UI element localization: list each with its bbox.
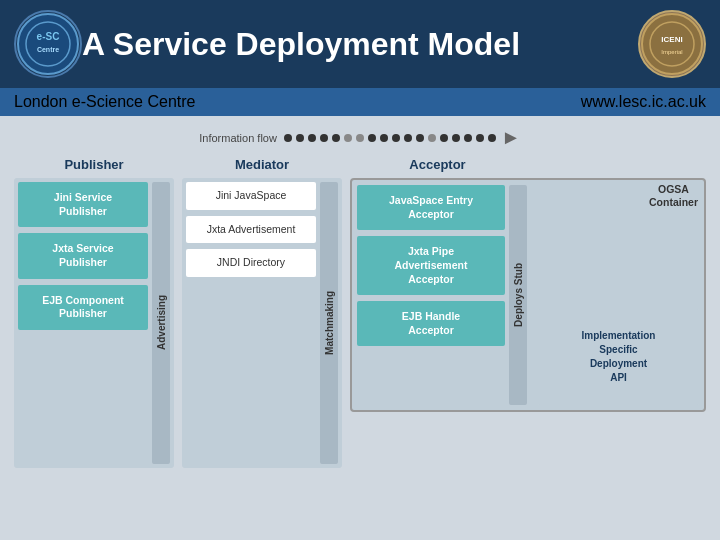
dot-1 — [284, 134, 292, 142]
jndi-directory-box: JNDI Directory — [186, 249, 316, 277]
deploys-stub-bar: Deploys Stub — [509, 185, 527, 405]
dot-18 — [488, 134, 496, 142]
impl-col: ImplementationSpecificDeploymentAPI — [538, 185, 699, 405]
bar-right-label: www.lesc.ic.ac.uk — [581, 93, 706, 111]
bar-left-label: London e-Science Centre — [14, 93, 195, 111]
main-content: Information flow ► Publisher — [0, 116, 720, 540]
matchmaking-bar: Matchmaking — [320, 182, 338, 464]
ejb-handle-acceptor-box: EJB HandleAcceptor — [357, 301, 505, 346]
dot-2 — [296, 134, 304, 142]
implementation-specific-box: ImplementationSpecificDeploymentAPI — [538, 309, 699, 405]
advertising-bar: Advertising — [152, 182, 170, 464]
jxta-advertisement-box: Jxta Advertisement — [186, 216, 316, 244]
jxta-service-publisher-box: Jxta ServicePublisher — [18, 233, 148, 278]
dot-4 — [320, 134, 328, 142]
svg-text:ICENI: ICENI — [661, 35, 682, 44]
info-flow-label: Information flow — [199, 132, 277, 144]
dot-14 — [440, 134, 448, 142]
header: e-SC Centre A Service Deployment Model I… — [0, 0, 720, 88]
dot-11 — [404, 134, 412, 142]
mediator-body: Jini JavaSpace Jxta Advertisement JNDI D… — [182, 178, 342, 468]
mediator-group: Mediator Jini JavaSpace Jxta Advertiseme… — [182, 157, 342, 468]
ogsa-container: OGSAContainer JavaSpace EntryAcceptor Jx… — [350, 178, 706, 412]
acceptor-body: JavaSpace EntryAcceptor Jxta PipeAdverti… — [357, 185, 532, 405]
diagram-area: Publisher Jini ServicePublisher Jxta Ser… — [14, 157, 706, 517]
jxta-pipe-advertisement-acceptor-box: Jxta PipeAdvertisementAcceptor — [357, 236, 505, 295]
dot-15 — [452, 134, 460, 142]
javaspace-entry-acceptor-box: JavaSpace EntryAcceptor — [357, 185, 505, 230]
dot-13 — [428, 134, 436, 142]
dot-16 — [464, 134, 472, 142]
svg-text:Centre: Centre — [37, 46, 59, 53]
publisher-label: Publisher — [14, 157, 174, 172]
acceptor-label: Acceptor — [350, 157, 525, 172]
svg-text:Imperial: Imperial — [661, 49, 682, 55]
acceptor-ogsa-group: Acceptor OGSAContainer JavaSpace EntryAc… — [350, 157, 706, 412]
mediator-label: Mediator — [182, 157, 342, 172]
flow-dots — [284, 134, 496, 142]
jini-javaspace-box: Jini JavaSpace — [186, 182, 316, 210]
dot-17 — [476, 134, 484, 142]
flow-arrow-icon: ► — [501, 126, 521, 149]
page-title: A Service Deployment Model — [82, 26, 638, 63]
advertising-label: Advertising — [156, 295, 167, 350]
dot-12 — [416, 134, 424, 142]
jini-service-publisher-box: Jini ServicePublisher — [18, 182, 148, 227]
ejb-component-publisher-box: EJB ComponentPublisher — [18, 285, 148, 330]
iceni-logo: ICENI Imperial — [638, 10, 706, 78]
dot-9 — [380, 134, 388, 142]
dot-3 — [308, 134, 316, 142]
dot-10 — [392, 134, 400, 142]
ogsa-container-label: OGSAContainer — [649, 183, 698, 208]
publisher-body: Jini ServicePublisher Jxta ServicePublis… — [14, 178, 174, 468]
svg-point-4 — [642, 14, 702, 74]
info-flow-row: Information flow ► — [14, 126, 706, 149]
dot-7 — [356, 134, 364, 142]
deploys-stub-label: Deploys Stub — [513, 263, 524, 327]
info-bar: London e-Science Centre www.lesc.ic.ac.u… — [0, 88, 720, 116]
mediator-boxes: Jini JavaSpace Jxta Advertisement JNDI D… — [186, 182, 316, 464]
svg-text:e-SC: e-SC — [37, 31, 60, 42]
dot-5 — [332, 134, 340, 142]
publisher-boxes: Jini ServicePublisher Jxta ServicePublis… — [18, 182, 148, 464]
dot-8 — [368, 134, 376, 142]
dot-6 — [344, 134, 352, 142]
acceptor-boxes: JavaSpace EntryAcceptor Jxta PipeAdverti… — [357, 185, 505, 405]
esc-logo: e-SC Centre — [14, 10, 82, 78]
svg-point-0 — [18, 14, 78, 74]
publisher-group: Publisher Jini ServicePublisher Jxta Ser… — [14, 157, 174, 468]
acceptor-ogsa-header-row: Acceptor — [350, 157, 706, 178]
matchmaking-label: Matchmaking — [324, 291, 335, 355]
